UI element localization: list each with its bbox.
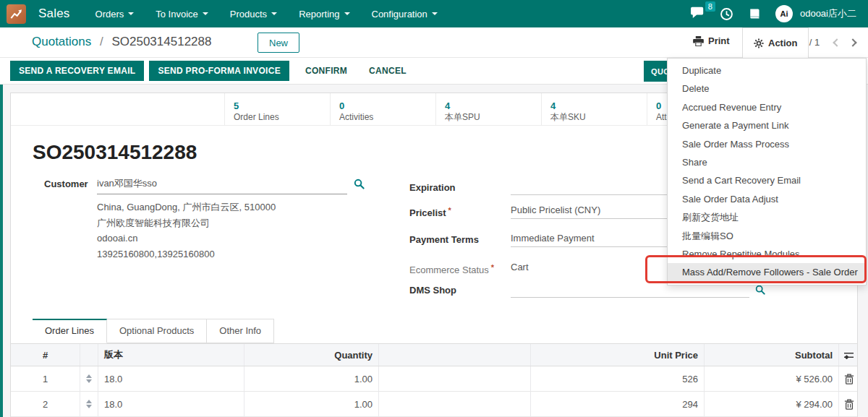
row-subtotal: ¥ 526.00 bbox=[705, 366, 839, 391]
delete-line-button[interactable] bbox=[844, 374, 854, 384]
action-menu-item[interactable]: Share bbox=[668, 153, 866, 171]
action-menu-item[interactable]: Sale Order Mass Process bbox=[668, 135, 866, 153]
address-line: 广州欧度智能科技有限公司 bbox=[97, 215, 276, 231]
notebook-tab[interactable]: Optional Products bbox=[107, 319, 207, 343]
user-avatar[interactable]: Ai bbox=[775, 5, 793, 22]
action-menu-item[interactable]: Sale Order Data Adjust bbox=[668, 190, 866, 208]
row-version[interactable]: 18.0 bbox=[98, 366, 244, 391]
nav-menu-item[interactable]: Reporting bbox=[288, 0, 360, 27]
stat-value: 4 bbox=[445, 100, 541, 112]
notebook-tab[interactable]: Other Info bbox=[207, 319, 274, 343]
col-header-unit-price[interactable]: Unit Price bbox=[531, 344, 705, 366]
stat-label: Activities bbox=[339, 112, 435, 123]
row-drag-cell[interactable] bbox=[80, 366, 98, 391]
chat-bubble-icon bbox=[691, 6, 705, 19]
field-value[interactable]: Immediate Payment bbox=[511, 233, 681, 247]
col-header-version[interactable]: 版本 bbox=[98, 344, 244, 366]
action-menu-item[interactable]: Duplicate bbox=[668, 61, 866, 79]
row-unit-price[interactable]: 294 bbox=[531, 392, 705, 416]
optional-columns-button[interactable] bbox=[839, 344, 859, 366]
stat-value: 5 bbox=[234, 100, 330, 112]
printer-icon bbox=[693, 36, 704, 46]
nav-menu-item[interactable]: Configuration bbox=[361, 0, 448, 27]
gear-icon bbox=[754, 38, 764, 48]
sliders-icon bbox=[843, 351, 854, 360]
field-value[interactable] bbox=[511, 283, 749, 298]
action-menu-item[interactable]: Generate a Payment Link bbox=[668, 116, 866, 134]
order-line-row: 2 18.0 1.00 294 ¥ 294.00 bbox=[11, 392, 857, 417]
col-header-subtotal[interactable]: Subtotal bbox=[705, 344, 839, 366]
clock-icon bbox=[720, 7, 733, 21]
caret-down-icon bbox=[271, 12, 277, 15]
field-search-button[interactable] bbox=[755, 285, 765, 298]
stat-label: 本单SPU bbox=[445, 112, 541, 123]
app-name[interactable]: Sales bbox=[38, 7, 70, 21]
address-line: China, GuangDong, 广州市白云区, 510000 bbox=[97, 199, 276, 215]
field-label: Expiration bbox=[409, 182, 456, 193]
status-button[interactable]: SEND A RECOVERY EMAIL bbox=[10, 61, 144, 81]
trash-icon bbox=[844, 374, 854, 384]
customer-field[interactable]: ivan邓国华sso bbox=[97, 177, 347, 194]
delete-line-button[interactable] bbox=[844, 399, 854, 410]
print-button[interactable]: Print bbox=[693, 35, 730, 46]
nav-menu-item[interactable]: To Invoice bbox=[145, 0, 219, 27]
messages-button[interactable]: 8 bbox=[691, 6, 705, 22]
user-name[interactable]: odooai店小二 bbox=[800, 7, 856, 20]
stat-row-spacer bbox=[11, 93, 224, 125]
action-menu-item[interactable]: Remove Repetitive Modules bbox=[668, 245, 866, 263]
status-button[interactable]: CONFIRM bbox=[294, 61, 358, 81]
sales-app-icon[interactable] bbox=[7, 4, 26, 24]
caret-down-icon bbox=[432, 12, 438, 15]
documentation-button[interactable] bbox=[748, 7, 761, 20]
action-menu-item[interactable]: 批量编辑SO bbox=[668, 227, 866, 245]
top-navbar: Sales Orders To Invoice Products Reporti… bbox=[0, 0, 868, 27]
row-version[interactable]: 18.0 bbox=[98, 392, 244, 416]
search-icon bbox=[354, 179, 365, 189]
status-button[interactable]: CANCEL bbox=[358, 61, 417, 81]
action-dropdown-menu: Duplicate Delete Accrued Revenue Entry G… bbox=[667, 58, 867, 285]
action-menu-item[interactable]: Send a Cart Recovery Email bbox=[668, 171, 866, 189]
notebook-tab[interactable]: Order Lines bbox=[33, 319, 107, 343]
control-panel: Quotations / SO250314512288 New Print Ac… bbox=[0, 27, 868, 58]
row-unit-price[interactable]: 526 bbox=[531, 366, 705, 391]
status-button[interactable]: SEND PRO-FORMA INVOICE bbox=[149, 61, 289, 81]
book-icon bbox=[748, 7, 761, 20]
address-line: odooai.cn bbox=[97, 231, 276, 246]
stat-button[interactable]: 4 本单SPU bbox=[435, 93, 541, 125]
trash-icon bbox=[844, 399, 854, 410]
search-icon bbox=[755, 285, 765, 295]
field-value[interactable] bbox=[511, 181, 681, 195]
field-label: Payment Terms bbox=[409, 234, 479, 245]
stat-button[interactable]: 4 本单SKU bbox=[541, 93, 647, 125]
stat-button[interactable]: 0 Activities bbox=[330, 93, 435, 125]
order-lines-table: # 版本 Quantity Unit Price Subtotal 1 bbox=[10, 343, 858, 417]
action-menu-item[interactable]: Accrued Revenue Entry bbox=[668, 98, 866, 116]
action-button[interactable]: Action bbox=[742, 27, 809, 58]
action-menu-item[interactable]: Mass Add/Remove Followers - Sale Order bbox=[668, 263, 866, 281]
field-value[interactable]: Cart bbox=[511, 262, 681, 276]
new-button[interactable]: New bbox=[258, 33, 299, 53]
breadcrumb: Quotations / SO250314512288 bbox=[32, 35, 211, 49]
action-menu-item[interactable]: 刷新交货地址 bbox=[668, 208, 866, 226]
action-menu-item[interactable]: Delete bbox=[668, 79, 866, 98]
order-line-row: 1 18.0 1.00 526 ¥ 526.00 bbox=[11, 366, 857, 392]
nav-menu-item[interactable]: Orders bbox=[85, 0, 145, 27]
row-quantity[interactable]: 1.00 bbox=[244, 366, 379, 391]
row-quantity[interactable]: 1.00 bbox=[244, 392, 379, 416]
customer-search-button[interactable] bbox=[354, 179, 365, 192]
breadcrumb-quotations-link[interactable]: Quotations bbox=[32, 35, 91, 48]
caret-down-icon bbox=[128, 12, 134, 15]
drag-handle-icon bbox=[86, 374, 92, 383]
pager-previous-icon[interactable] bbox=[833, 38, 841, 46]
col-header-quantity[interactable]: Quantity bbox=[244, 344, 379, 366]
caret-down-icon bbox=[203, 12, 208, 15]
activities-button[interactable] bbox=[720, 7, 733, 21]
breadcrumb-separator: / bbox=[100, 35, 103, 48]
field-value[interactable]: Public Pricelist (CNY) bbox=[511, 205, 681, 219]
nav-menu: Orders To Invoice Products Reporting Con… bbox=[85, 0, 448, 27]
pager-next-icon[interactable] bbox=[848, 38, 856, 46]
row-index: 2 bbox=[11, 392, 80, 416]
nav-menu-item[interactable]: Products bbox=[219, 0, 288, 27]
stat-button[interactable]: 5 Order Lines bbox=[224, 93, 330, 125]
row-drag-cell[interactable] bbox=[80, 392, 98, 416]
